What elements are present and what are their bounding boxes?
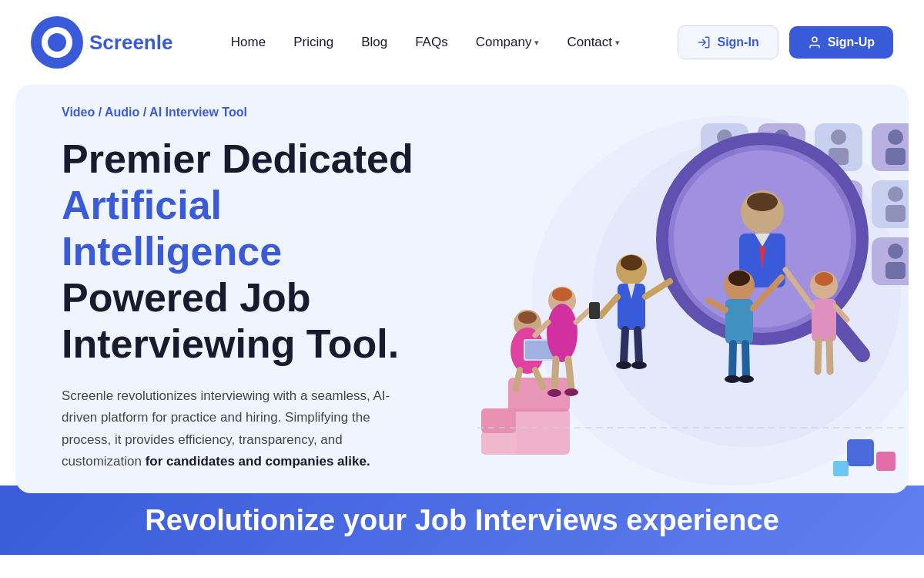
- hero-title-part1: Premier Dedicated: [62, 136, 413, 181]
- chevron-down-icon: ▾: [534, 38, 539, 48]
- svg-point-67: [552, 287, 572, 301]
- svg-point-77: [728, 271, 750, 286]
- hero-description: Screenle revolutionizes interviewing wit…: [62, 385, 416, 472]
- svg-point-9: [831, 129, 846, 145]
- svg-rect-78: [725, 299, 753, 344]
- nav-links: Home Pricing Blog FAQs Company ▾ Contact…: [231, 35, 620, 50]
- svg-point-71: [547, 389, 561, 397]
- nav-link-faqs[interactable]: FAQs: [415, 35, 448, 49]
- hero-illustration: [408, 85, 909, 493]
- signin-button[interactable]: Sign-In: [678, 25, 778, 59]
- svg-line-88: [818, 341, 819, 371]
- svg-point-33: [888, 244, 903, 259]
- hero-title-part2: Powered Job Interviewing Tool.: [62, 275, 399, 366]
- svg-point-12: [888, 129, 903, 145]
- bottom-banner-text: Revolutionize your Job Interviews experi…: [145, 504, 779, 537]
- svg-line-60: [624, 330, 625, 362]
- nav-link-contact[interactable]: Contact ▾: [567, 35, 620, 50]
- bottom-banner: Revolutionize your Job Interviews experi…: [0, 486, 924, 555]
- nav-link-home[interactable]: Home: [231, 35, 266, 49]
- svg-line-69: [554, 359, 556, 389]
- svg-point-49: [518, 311, 537, 324]
- svg-rect-22: [886, 205, 906, 222]
- svg-rect-93: [876, 452, 896, 471]
- hero-content: Video / Audio / AI Interview Tool Premie…: [15, 85, 462, 493]
- svg-point-81: [725, 375, 740, 383]
- chevron-down-icon: ▾: [615, 38, 620, 48]
- breadcrumb: Video / Audio / AI Interview Tool: [62, 106, 416, 119]
- svg-point-72: [564, 388, 578, 396]
- signup-button[interactable]: Sign-Up: [789, 26, 893, 59]
- logo-icon: [31, 16, 83, 69]
- hero-title: Premier Dedicated Artificial Intelligenc…: [62, 136, 416, 367]
- svg-rect-74: [589, 302, 600, 319]
- svg-rect-92: [847, 439, 874, 466]
- nav-item-company[interactable]: Company ▾: [476, 35, 540, 50]
- svg-rect-87: [812, 299, 836, 341]
- brand-name: Screenle: [89, 31, 172, 55]
- nav-item-home[interactable]: Home: [231, 35, 266, 50]
- svg-line-70: [568, 359, 571, 389]
- hero-title-highlight: Artificial Intelligence: [62, 183, 282, 274]
- nav-link-company[interactable]: Company ▾: [476, 35, 540, 50]
- nav-item-pricing[interactable]: Pricing: [293, 35, 333, 50]
- nav-item-blog[interactable]: Blog: [361, 35, 387, 50]
- svg-line-80: [745, 344, 746, 376]
- navbar: Screenle Home Pricing Blog FAQs Company …: [0, 0, 924, 85]
- svg-line-51: [516, 370, 520, 389]
- nav-buttons: Sign-In Sign-Up: [678, 25, 893, 59]
- svg-rect-13: [886, 148, 906, 165]
- svg-rect-47: [481, 408, 516, 433]
- nav-item-contact[interactable]: Contact ▾: [567, 35, 620, 50]
- svg-line-61: [638, 330, 639, 362]
- logo-area: Screenle: [31, 16, 172, 69]
- hero-description-bold: for candidates and companies alike.: [146, 454, 370, 469]
- svg-point-62: [616, 361, 631, 369]
- svg-line-79: [732, 344, 733, 376]
- svg-point-68: [547, 304, 578, 362]
- svg-point-63: [631, 361, 647, 369]
- signin-icon: [697, 35, 711, 49]
- signup-icon: [808, 35, 822, 49]
- svg-rect-44: [508, 408, 570, 455]
- nav-item-faqs[interactable]: FAQs: [415, 35, 448, 50]
- svg-rect-46: [481, 432, 516, 455]
- svg-point-86: [815, 272, 833, 286]
- svg-rect-34: [886, 262, 906, 279]
- svg-point-57: [621, 255, 642, 271]
- hero-section: Video / Audio / AI Interview Tool Premie…: [15, 85, 909, 493]
- nav-link-blog[interactable]: Blog: [361, 35, 387, 49]
- svg-point-21: [888, 187, 903, 202]
- svg-line-89: [829, 341, 830, 371]
- svg-point-82: [738, 375, 754, 383]
- nav-link-pricing[interactable]: Pricing: [293, 35, 333, 49]
- svg-point-38: [747, 193, 778, 211]
- svg-rect-94: [833, 461, 849, 476]
